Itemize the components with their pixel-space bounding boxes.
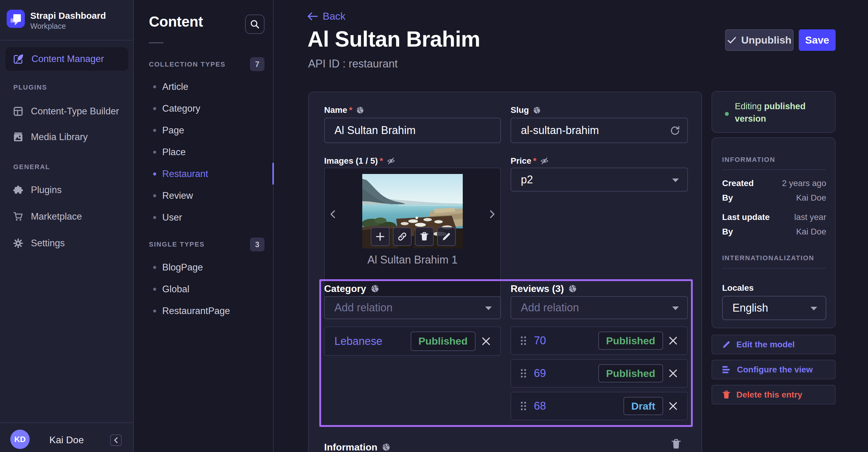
review-relation-row[interactable]: 68 Draft	[510, 392, 688, 420]
drag-handle-icon[interactable]	[521, 402, 526, 410]
single-types-count-badge: 3	[250, 237, 265, 251]
badge-label: Published	[606, 335, 655, 347]
category-add-relation-select[interactable]: Add relation	[324, 296, 501, 319]
regenerate-slug-icon[interactable]	[670, 126, 680, 136]
edit-image-button[interactable]	[437, 227, 456, 246]
add-image-button[interactable]	[371, 227, 390, 246]
sidebar-item-content-manager[interactable]: Content Manager	[5, 47, 128, 71]
search-button[interactable]	[245, 14, 265, 34]
subnav-item-user[interactable]: User	[153, 210, 182, 225]
review-relation-row[interactable]: 70 Published	[510, 326, 688, 355]
status-badge: Published	[411, 331, 475, 351]
name-input[interactable]: Al Sultan Brahim	[324, 118, 501, 143]
arrow-left-icon	[308, 12, 318, 20]
collection-types-label: COLLECTION TYPES	[149, 61, 225, 68]
delete-image-button[interactable]	[415, 227, 434, 246]
edit-model-button[interactable]: Edit the model	[712, 334, 836, 354]
globe-icon	[569, 285, 577, 293]
last-update-row: Last update last year	[722, 212, 826, 222]
sidebar-item-label: Plugins	[31, 185, 62, 195]
price-field-label: Price*	[510, 156, 549, 166]
relation-link[interactable]: Lebanese	[334, 335, 382, 348]
workspace-brand[interactable]: Strapi Dashboard Workplace	[7, 10, 106, 31]
unpublish-label: Unpublish	[741, 34, 792, 46]
bullet-icon	[153, 107, 156, 110]
sidebar-item-settings[interactable]: Settings	[13, 236, 128, 251]
remove-relation-icon[interactable]	[669, 336, 678, 345]
single-types-label: SINGLE TYPES	[149, 240, 205, 248]
meta-value: last year	[794, 213, 826, 222]
remove-relation-icon[interactable]	[669, 369, 678, 378]
entry-status-box: Editing published version	[712, 91, 836, 133]
chevron-left-icon	[330, 210, 335, 219]
relation-link[interactable]: 69	[534, 367, 546, 380]
delete-entry-label: Delete this entry	[736, 390, 802, 400]
delete-entry-button[interactable]: Delete this entry	[712, 385, 836, 405]
sidebar-item-label: Content Manager	[31, 54, 104, 64]
avatar[interactable]: KD	[10, 430, 30, 449]
relation-link[interactable]: 68	[534, 400, 546, 412]
content-subnav: Content COLLECTION TYPES 7 Article Categ…	[134, 0, 274, 452]
sidebar-item-plugins[interactable]: Plugins	[13, 183, 128, 197]
unpublish-button[interactable]: Unpublish	[725, 29, 794, 51]
review-relation-row[interactable]: 69 Published	[510, 359, 688, 388]
label-text: Name	[324, 105, 347, 115]
collection-types-count-badge: 7	[250, 57, 265, 71]
subnav-item-category[interactable]: Category	[153, 101, 200, 116]
price-select[interactable]: p2	[510, 168, 688, 192]
subnav-item-restaurantpage[interactable]: RestaurantPage	[153, 304, 230, 318]
bullet-icon	[153, 216, 156, 219]
meta-value: 2 years ago	[782, 179, 826, 188]
subnav-item-label: User	[162, 212, 182, 223]
copy-link-button[interactable]	[393, 227, 412, 246]
subnav-item-page[interactable]: Page	[153, 123, 184, 138]
search-icon	[250, 20, 259, 29]
information-panel: INFORMATION Created 2 years ago By Kai D…	[712, 137, 836, 328]
sidebar-item-label: Content-Type Builder	[31, 106, 119, 117]
globe-icon	[356, 106, 364, 114]
reviews-add-relation-select[interactable]: Add relation	[510, 296, 688, 319]
subnav-item-blogpage[interactable]: BlogPage	[153, 260, 203, 275]
sidebar-item-marketplace[interactable]: Marketplace	[13, 209, 128, 224]
drag-handle-icon[interactable]	[521, 369, 526, 378]
price-value: p2	[521, 173, 533, 186]
add-relation-placeholder: Add relation	[334, 301, 393, 314]
bullet-icon	[153, 129, 156, 132]
relation-link[interactable]: 70	[534, 334, 546, 347]
subnav-item-label: Restaurant	[162, 168, 208, 180]
chevron-right-icon	[490, 210, 495, 219]
subnav-item-review[interactable]: Review	[153, 189, 193, 203]
sidebar-item-content-type-builder[interactable]: Content-Type Builder	[13, 104, 128, 119]
drag-handle-icon[interactable]	[521, 336, 526, 345]
images-field-label: Images (1 / 5)*	[324, 156, 395, 166]
remove-relation-icon[interactable]	[482, 337, 491, 346]
sidebar-item-label: Marketplace	[31, 211, 82, 222]
configure-view-button[interactable]: Configure the view	[712, 360, 836, 379]
category-relation-row[interactable]: Lebanese Published	[324, 326, 501, 356]
internationalization-label: INTERNATIONALIZATION	[722, 254, 814, 262]
locale-select[interactable]: English	[722, 296, 826, 320]
meta-value: Kai Doe	[796, 227, 826, 236]
required-asterisk: *	[533, 156, 536, 166]
caret-down-icon	[485, 306, 492, 310]
plugins-section-label: PLUGINS	[13, 84, 47, 91]
carousel-previous-button[interactable]	[326, 207, 340, 222]
bullet-icon	[153, 85, 156, 88]
subnav-item-place[interactable]: Place	[153, 145, 186, 159]
remove-relation-icon[interactable]	[669, 401, 678, 411]
sidebar-item-media-library[interactable]: Media Library	[13, 130, 128, 144]
carousel-next-button[interactable]	[485, 207, 500, 222]
slug-value: al-sultan-brahim	[521, 124, 599, 137]
editing-status-text: Editing published version	[735, 100, 827, 125]
subnav-item-restaurant[interactable]: Restaurant	[153, 167, 208, 181]
active-item-indicator	[272, 163, 274, 185]
published-dot-icon	[725, 112, 729, 116]
delete-component-button[interactable]	[671, 439, 681, 449]
save-button[interactable]: Save	[799, 29, 836, 51]
collapse-sidebar-button[interactable]	[110, 434, 122, 446]
back-link[interactable]: Back	[308, 10, 346, 22]
status-badge: Published	[598, 364, 663, 382]
subnav-item-article[interactable]: Article	[153, 79, 188, 94]
slug-input[interactable]: al-sultan-brahim	[510, 118, 688, 143]
subnav-item-global[interactable]: Global	[153, 282, 189, 296]
